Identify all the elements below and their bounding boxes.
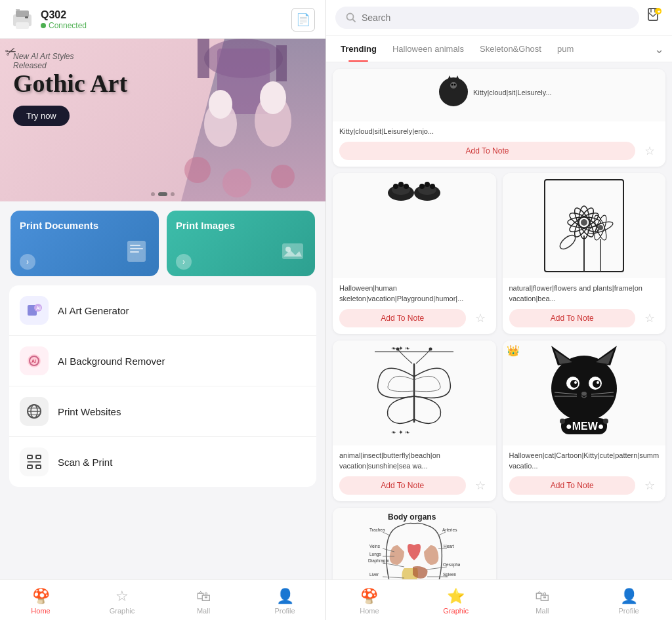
try-now-button[interactable]: Try now	[13, 106, 70, 126]
premium-badge: 👑	[507, 344, 520, 357]
svg-point-12	[260, 81, 286, 114]
left-nav-graphic[interactable]: ☆ Graphic	[81, 585, 163, 617]
svg-point-77	[598, 225, 603, 230]
banner: New AI Art Styles Released Gothic Art Tr…	[0, 39, 326, 201]
mall-icon: 🛍	[196, 588, 211, 605]
print-imgs-title: Print Images	[176, 220, 306, 232]
svg-line-40	[353, 20, 356, 22]
svg-rect-34	[28, 455, 32, 459]
svg-point-13	[184, 157, 211, 183]
svg-point-96	[581, 392, 587, 396]
top-card: Kitty|cloud|sit|Leisurely... Kitty|cloud…	[333, 69, 665, 167]
print-documents-card[interactable]: Print Documents ›	[10, 211, 159, 276]
top-add-to-note-button[interactable]: Add To Note	[339, 142, 635, 160]
butterfly-svg: ❧ ✦ ❧	[368, 344, 460, 442]
svg-point-95	[597, 381, 599, 384]
skeleton-card-body: Halloween|human skeleton|vacation|Playgr…	[333, 278, 496, 334]
ai-bg-label: AI Background Remover	[58, 356, 165, 367]
dot-2	[158, 192, 167, 196]
svg-point-62	[425, 182, 430, 187]
butterfly-add-button[interactable]: Add To Note	[339, 476, 466, 495]
search-bar[interactable]	[335, 7, 639, 29]
right-nav-profile[interactable]: 👤 Profile	[585, 585, 672, 617]
svg-point-78	[558, 233, 578, 252]
scan-icon-wrap	[20, 447, 49, 476]
tab-trending[interactable]: Trending	[334, 36, 383, 62]
svg-point-103	[560, 419, 565, 424]
svg-point-85	[551, 356, 617, 421]
banner-figure	[171, 39, 316, 201]
flower-image	[503, 173, 666, 278]
skeleton-add-button[interactable]: Add To Note	[339, 309, 466, 327]
svg-rect-35	[36, 455, 41, 459]
svg-text:Heart: Heart	[444, 544, 454, 548]
right-nav-graphic[interactable]: ⭐ Graphic	[413, 585, 499, 617]
tab-halloween[interactable]: Halloween animals	[386, 36, 471, 62]
left-nav-home[interactable]: 🍄 Home	[0, 585, 81, 617]
skeleton-star-button[interactable]: ☆	[471, 309, 490, 327]
right-panel: ★ Trending Halloween animals Skeleton&Gh…	[326, 0, 672, 620]
graphic-label: Graphic	[110, 607, 135, 615]
skeleton-card: Halloween|human skeleton|vacation|Playgr…	[333, 173, 496, 334]
svg-text:Veins: Veins	[369, 544, 381, 548]
flower-add-button[interactable]: Add To Note	[509, 309, 636, 327]
menu-item-ai-bg[interactable]: AI AI Background Remover	[9, 336, 316, 386]
svg-text:Spleen: Spleen	[443, 572, 457, 577]
menu-item-scan[interactable]: Scan & Print	[9, 437, 316, 487]
right-mall-icon: 🛍	[535, 588, 549, 605]
organs-card: Body organs	[333, 508, 496, 579]
svg-rect-37	[36, 465, 41, 468]
search-input[interactable]	[362, 12, 629, 23]
document-icon[interactable]: 📄	[291, 8, 315, 31]
right-nav-home[interactable]: 🍄 Home	[326, 585, 413, 617]
banner-svg	[171, 39, 316, 201]
cat-add-button[interactable]: Add To Note	[509, 476, 636, 495]
banner-content: New AI Art Styles Released Gothic Art Tr…	[13, 52, 127, 126]
svg-point-61	[419, 184, 425, 189]
cat-svg: ●MEW●	[541, 342, 627, 444]
print-docs-title: Print Documents	[20, 220, 150, 232]
svg-text:Diaphragm: Diaphragm	[368, 558, 389, 564]
svg-line-118	[427, 567, 447, 569]
menu-item-ai-art[interactable]: AI AI Art Generator	[9, 285, 316, 336]
menu-item-print-web[interactable]: Print Websites	[9, 386, 316, 437]
svg-point-72	[581, 219, 587, 226]
left-nav-profile[interactable]: 👤 Profile	[244, 585, 326, 617]
left-header: Q302 Connected 📄	[0, 0, 326, 39]
svg-point-59	[398, 182, 404, 187]
print-images-card[interactable]: Print Images ›	[167, 211, 315, 276]
quick-actions: Print Documents › Print Images ›	[0, 201, 326, 285]
flower-star-button[interactable]: ☆	[640, 309, 659, 327]
print-web-icon	[25, 402, 43, 421]
right-home-label: Home	[360, 607, 379, 615]
imgs-icon	[280, 238, 306, 270]
skeleton-actions: Add To Note ☆	[339, 309, 490, 327]
home-icon: 🍄	[32, 588, 50, 605]
right-graphic-icon: ⭐	[447, 588, 465, 605]
svg-rect-18	[130, 248, 143, 249]
tab-pumpkin[interactable]: pum	[551, 36, 580, 62]
right-bottom-nav: 🍄 Home ⭐ Graphic 🛍 Mall 👤 Profile	[326, 579, 672, 620]
svg-rect-3	[25, 16, 28, 18]
graphic-icon: ☆	[116, 588, 129, 605]
arrow-icon-2: ›	[176, 254, 192, 270]
dot-3	[171, 192, 175, 196]
content-scroll[interactable]: Kitty|cloud|sit|Leisurely... Kitty|cloud…	[326, 62, 672, 579]
ai-bg-icon-wrap: AI	[20, 346, 49, 375]
left-nav-mall[interactable]: 🛍 Mall	[163, 585, 244, 617]
more-tabs-icon[interactable]: ⌄	[654, 42, 664, 56]
bookmark-icon[interactable]: ★	[646, 7, 663, 28]
svg-text:Liver: Liver	[369, 572, 379, 577]
profile-icon: 👤	[276, 588, 294, 605]
cat-actions: Add To Note ☆	[509, 476, 660, 495]
svg-line-106	[383, 532, 390, 535]
butterfly-star-button[interactable]: ☆	[471, 476, 490, 495]
svg-point-52	[453, 84, 455, 86]
banner-subtitle: New AI Art Styles Released	[13, 52, 127, 70]
cat-star-button[interactable]: ☆	[640, 476, 659, 495]
right-nav-mall[interactable]: 🛍 Mall	[499, 585, 586, 617]
search-bar-wrap: ★	[326, 0, 672, 36]
tab-skeleton[interactable]: Skeleton&Ghost	[473, 36, 548, 62]
scan-icon	[25, 453, 43, 471]
top-star-button[interactable]: ☆	[640, 142, 659, 160]
